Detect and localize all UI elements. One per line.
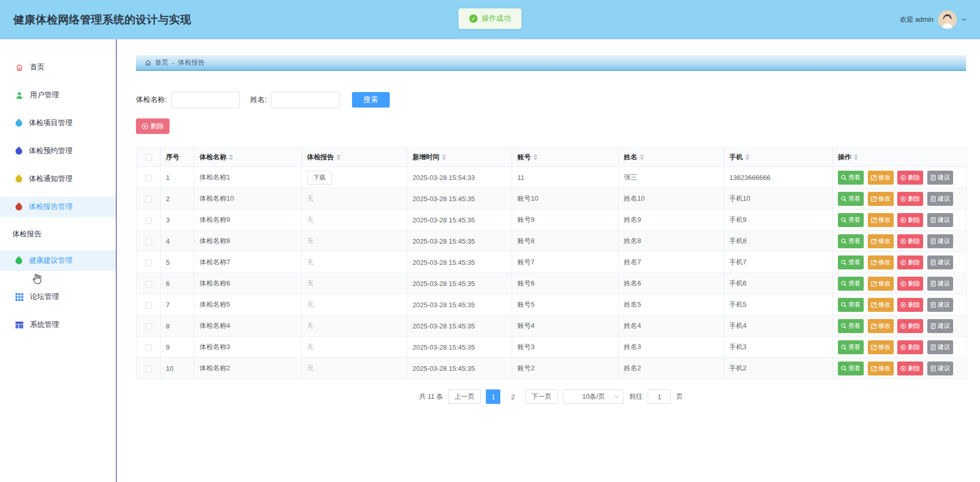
suggestion-button[interactable]: 建议 [927, 234, 953, 248]
sort-icon[interactable] [640, 154, 644, 160]
home-icon [16, 64, 23, 71]
sidebar-item-home[interactable]: 首页 [0, 57, 116, 78]
row-checkbox[interactable] [145, 366, 152, 372]
person-name-input[interactable] [271, 92, 340, 108]
edit-button[interactable]: 修改 [868, 340, 894, 354]
page-1[interactable]: 1 [486, 389, 500, 404]
row-checkbox[interactable] [145, 281, 152, 288]
delete-button[interactable]: 删除 [897, 192, 923, 206]
select-all-checkbox[interactable] [145, 154, 152, 161]
sort-icon[interactable] [442, 154, 446, 160]
column-report[interactable]: 体检报告 [302, 147, 407, 167]
delete-button[interactable]: 删除 [897, 362, 923, 375]
view-button[interactable]: 查看 [838, 298, 864, 312]
page-size-select[interactable]: 10条/页 [563, 389, 624, 404]
delete-button[interactable]: 删除 [897, 213, 923, 227]
delete-button[interactable]: 删除 [897, 234, 923, 248]
bulk-delete-button[interactable]: 删除 [136, 118, 170, 134]
edit-button[interactable]: 修改 [868, 192, 894, 206]
view-button[interactable]: 查看 [838, 340, 864, 354]
sort-icon[interactable] [745, 154, 749, 160]
sort-icon[interactable] [229, 154, 233, 160]
page-2[interactable]: 2 [506, 389, 520, 404]
view-button[interactable]: 查看 [838, 255, 864, 269]
edit-button[interactable]: 修改 [868, 277, 894, 291]
delete-button[interactable]: 删除 [897, 340, 923, 354]
suggestion-button[interactable]: 建议 [927, 213, 953, 227]
column-time[interactable]: 新增时间 [407, 147, 512, 167]
suggestion-button[interactable]: 建议 [927, 171, 953, 185]
row-checkbox[interactable] [145, 302, 152, 309]
suggestion-button[interactable]: 建议 [927, 298, 953, 312]
cell-time: 2025-03-28 15:45:35 [407, 188, 512, 209]
cell-account: 账号4 [512, 315, 619, 337]
column-actions[interactable]: 操作 [833, 147, 967, 167]
breadcrumb-home[interactable]: 首页 [155, 58, 169, 67]
edit-button[interactable]: 修改 [868, 213, 894, 227]
edit-icon [871, 323, 877, 329]
cell-seq: 9 [161, 337, 194, 358]
chevron-down-icon[interactable] [961, 17, 967, 22]
suggestion-button[interactable]: 建议 [927, 255, 953, 269]
search-button[interactable]: 搜索 [352, 92, 390, 108]
row-checkbox[interactable] [145, 238, 152, 245]
view-button[interactable]: 查看 [838, 234, 864, 248]
view-button[interactable]: 查看 [838, 362, 864, 375]
delete-button[interactable]: 删除 [897, 319, 923, 333]
view-button[interactable]: 查看 [838, 213, 864, 227]
edit-button[interactable]: 修改 [868, 298, 894, 312]
edit-button[interactable]: 修改 [868, 255, 894, 269]
delete-button[interactable]: 删除 [897, 277, 923, 291]
row-checkbox[interactable] [145, 217, 152, 224]
sidebar-item-health-advice[interactable]: 健康建议管理 [0, 250, 116, 271]
sidebar-item-exam-reports[interactable]: 体检报告管理 [0, 197, 116, 217]
row-checkbox[interactable] [145, 323, 152, 330]
column-phone[interactable]: 手机 [724, 147, 833, 167]
sort-icon[interactable] [854, 154, 858, 160]
download-button[interactable]: 下载 [307, 171, 332, 185]
edit-button[interactable]: 修改 [868, 234, 894, 248]
delete-button[interactable]: 删除 [897, 171, 923, 185]
row-checkbox[interactable] [145, 175, 152, 182]
avatar[interactable] [938, 10, 957, 29]
view-button[interactable]: 查看 [838, 171, 864, 185]
suggestion-button[interactable]: 建议 [927, 362, 953, 375]
sidebar-item-users[interactable]: 用户管理 [0, 85, 116, 106]
edit-icon [871, 238, 877, 244]
circle-x-icon [900, 175, 906, 180]
sidebar-item-exam-projects[interactable]: 体检项目管理 [0, 113, 116, 133]
suggestion-button[interactable]: 建议 [927, 192, 953, 206]
column-person[interactable]: 姓名 [619, 147, 724, 167]
sidebar-item-system[interactable]: 系统管理 [0, 314, 116, 335]
row-checkbox[interactable] [145, 196, 152, 203]
exam-name-input[interactable] [171, 92, 240, 108]
row-checkbox[interactable] [145, 344, 152, 351]
suggestion-button[interactable]: 建议 [927, 277, 953, 291]
sidebar-item-exam-notices[interactable]: 体检通知管理 [0, 169, 116, 189]
sort-icon[interactable] [336, 154, 341, 160]
next-page-button[interactable]: 下一页 [525, 389, 558, 404]
sidebar-item-exam-appointments[interactable]: 体检预约管理 [0, 141, 116, 161]
delete-button[interactable]: 删除 [897, 255, 923, 269]
goto-page-input[interactable] [648, 389, 671, 404]
edit-button[interactable]: 修改 [868, 319, 894, 333]
suggestion-button[interactable]: 建议 [927, 340, 953, 354]
delete-button[interactable]: 删除 [897, 298, 923, 312]
prev-page-button[interactable]: 上一页 [448, 389, 481, 404]
user-menu[interactable]: 欢迎 admin [900, 10, 967, 29]
layout-icon [16, 321, 23, 329]
column-exam-name[interactable]: 体检名称 [194, 147, 302, 167]
sidebar-item-forum[interactable]: 论坛管理 [0, 287, 116, 307]
row-checkbox[interactable] [145, 260, 152, 266]
drop-icon-yellow [14, 174, 23, 184]
suggestion-button[interactable]: 建议 [927, 319, 953, 333]
edit-button[interactable]: 修改 [868, 362, 894, 375]
view-button[interactable]: 查看 [838, 277, 864, 291]
view-button[interactable]: 查看 [838, 192, 864, 206]
edit-button[interactable]: 修改 [868, 171, 894, 185]
column-account[interactable]: 账号 [512, 147, 619, 167]
document-icon [930, 196, 936, 202]
report-table: 序号 体检名称 体检报告 新增时间 账号 姓名 手机 操作 1 体检名称1 [136, 147, 967, 379]
sort-icon[interactable] [533, 154, 538, 160]
view-button[interactable]: 查看 [838, 319, 864, 333]
